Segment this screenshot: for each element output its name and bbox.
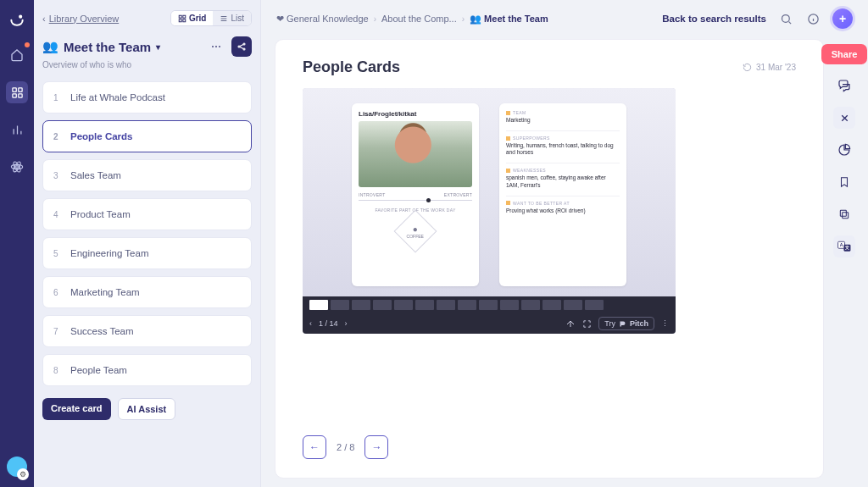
slide-thumb[interactable] — [394, 300, 413, 310]
svg-rect-3 — [12, 93, 15, 97]
svg-point-14 — [243, 43, 245, 45]
doc-date: 31 Mar '23 — [743, 63, 796, 72]
breadcrumb-item[interactable]: ❤ General Knowledge — [276, 14, 369, 25]
translate-icon[interactable]: A文 — [833, 235, 855, 257]
person-card-left: Lisa/Froglet/kitkat INTROVERT EXTROVERT … — [352, 103, 479, 286]
sidebar: ‹ Library Overview Grid List 👥 Meet the … — [34, 0, 261, 487]
nav-analytics-icon[interactable] — [6, 119, 28, 141]
doc-title: People Cards — [303, 58, 400, 76]
svg-rect-12 — [183, 19, 186, 21]
add-button[interactable]: + — [832, 8, 853, 29]
slide-thumb[interactable] — [331, 300, 349, 310]
slide-thumb[interactable] — [585, 300, 604, 310]
rail-user[interactable]: ⚙ — [7, 457, 27, 487]
slide-thumb[interactable] — [521, 300, 540, 310]
slide-thumb[interactable] — [373, 300, 392, 310]
nav-home-icon[interactable] — [6, 44, 28, 66]
share-button[interactable]: Share — [821, 44, 868, 64]
slide-thumb[interactable] — [458, 300, 476, 310]
pager-state: 2 / 8 — [337, 442, 354, 452]
breadcrumb-item[interactable]: About the Comp... — [381, 14, 457, 24]
sidebar-card-item[interactable]: 7Success Team — [42, 315, 252, 347]
card-list: 1Life at Whale Podcast2People Cards3Sale… — [42, 81, 252, 386]
person-card-right: TEAMMarketingSUPERPOWERSWriting, humans,… — [499, 103, 626, 286]
comments-icon[interactable] — [833, 75, 855, 97]
slide-canvas: Lisa/Froglet/kitkat INTROVERT EXTROVERT … — [303, 88, 676, 296]
chevron-left-icon: ‹ — [42, 14, 46, 24]
sidebar-card-item[interactable]: 2People Cards — [42, 120, 252, 152]
back-to-results-link[interactable]: Back to search results — [662, 14, 766, 24]
top-bar: ❤ General Knowledge›About the Comp...›👥 … — [261, 0, 868, 34]
sidebar-card-item[interactable]: 8People Team — [42, 354, 252, 386]
presentation-embed: Lisa/Froglet/kitkat INTROVERT EXTROVERT … — [303, 88, 676, 334]
svg-rect-1 — [12, 87, 15, 91]
view-toggle: Grid List — [170, 10, 252, 26]
close-panel-icon[interactable] — [833, 107, 855, 129]
svg-rect-11 — [179, 19, 181, 21]
fullscreen-icon[interactable] — [582, 319, 592, 329]
chevron-right-icon: › — [462, 14, 465, 24]
slide-thumb[interactable] — [415, 300, 434, 310]
breadcrumb: ❤ General Knowledge›About the Comp...›👥 … — [276, 14, 548, 25]
sidebar-title[interactable]: 👥 Meet the Team ▾ — [42, 39, 160, 54]
svg-point-0 — [19, 16, 21, 18]
sidebar-card-item[interactable]: 1Life at Whale Podcast — [42, 81, 252, 113]
slide-thumb[interactable] — [352, 300, 370, 310]
sidebar-card-item[interactable]: 4Product Team — [42, 198, 252, 230]
svg-rect-9 — [179, 15, 181, 18]
svg-rect-19 — [840, 210, 846, 216]
info-icon[interactable] — [805, 11, 821, 26]
svg-rect-2 — [18, 87, 21, 91]
slide-thumb[interactable] — [309, 300, 328, 310]
sidebar-card-item[interactable]: 3Sales Team — [42, 159, 252, 191]
nav-apps-icon[interactable] — [6, 81, 28, 103]
slide-thumb[interactable] — [564, 300, 582, 310]
next-slide-icon[interactable]: › — [345, 319, 348, 328]
search-icon[interactable] — [778, 11, 793, 26]
svg-text:A: A — [840, 242, 843, 247]
pager-next[interactable]: → — [364, 435, 388, 459]
app-logo — [8, 10, 26, 29]
share-slide-icon[interactable] — [565, 318, 576, 329]
main-area: ❤ General Knowledge›About the Comp...›👥 … — [261, 0, 868, 487]
share-icon-button[interactable] — [231, 36, 252, 57]
try-pitch-button[interactable]: Try Pitch — [598, 317, 654, 330]
slide-thumb[interactable] — [479, 300, 498, 310]
create-card-button[interactable]: Create card — [42, 398, 111, 420]
ai-assist-button[interactable]: AI Assist — [118, 398, 176, 420]
chart-icon[interactable] — [833, 139, 855, 161]
settings-gear-icon[interactable]: ⚙ — [17, 468, 29, 480]
library-back-link[interactable]: ‹ Library Overview — [42, 14, 119, 24]
svg-rect-4 — [18, 93, 21, 97]
sidebar-card-item[interactable]: 6Marketing Team — [42, 276, 252, 308]
breadcrumb-item: 👥 Meet the Team — [470, 14, 548, 25]
card-pager: ← 2 / 8 → — [303, 418, 796, 459]
slide-counter: 1 / 14 — [319, 319, 338, 328]
person-name: Lisa/Froglet/kitkat — [359, 110, 472, 118]
library-back-label: Library Overview — [49, 14, 120, 24]
more-menu-button[interactable]: ⋯ — [206, 36, 226, 57]
person-photo — [359, 121, 472, 187]
nav-atom-icon[interactable] — [6, 156, 28, 178]
slide-thumb[interactable] — [542, 300, 561, 310]
sidebar-card-item[interactable]: 5Engineering Team — [42, 237, 252, 269]
embed-controls: ‹ 1 / 14 › Try — [303, 313, 676, 334]
svg-rect-18 — [843, 213, 849, 219]
prev-slide-icon[interactable]: ‹ — [309, 319, 312, 328]
right-toolbar: Share A文 — [829, 39, 860, 479]
svg-point-16 — [782, 14, 789, 22]
sidebar-subtitle: Overview of who is who — [42, 60, 252, 69]
personality-slider — [359, 200, 472, 201]
bookmark-icon[interactable] — [833, 171, 855, 193]
svg-text:文: 文 — [844, 245, 849, 250]
view-list-btn[interactable]: List — [213, 11, 251, 25]
fav-diamond: ●COFFEE — [394, 210, 437, 253]
slide-thumb[interactable] — [500, 300, 519, 310]
nav-rail: ⚙ — [0, 0, 34, 487]
copy-icon[interactable] — [833, 203, 855, 225]
pager-prev[interactable]: ← — [303, 435, 326, 459]
embed-more-icon[interactable]: ⋮ — [661, 319, 669, 328]
view-grid-btn[interactable]: Grid — [171, 11, 214, 25]
slide-thumb[interactable] — [437, 300, 455, 310]
slide-thumbnails — [303, 296, 676, 313]
